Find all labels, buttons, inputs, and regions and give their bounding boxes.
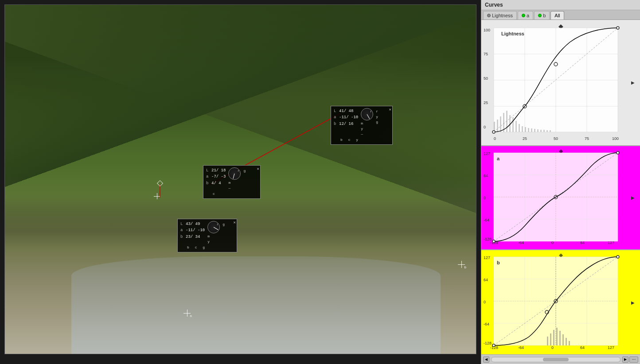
popup-close-1[interactable]: ✕ — [389, 107, 391, 113]
crosshair-right: b — [458, 261, 465, 268]
svg-rect-78 — [566, 338, 567, 345]
svg-text:Lightness: Lightness — [501, 31, 524, 36]
svg-rect-77 — [562, 334, 564, 345]
more-options-btn[interactable]: ··· — [629, 356, 638, 363]
curves-tabs: Lightness a b All — [481, 10, 640, 20]
svg-rect-29 — [540, 130, 542, 132]
svg-rect-22 — [519, 124, 520, 132]
b-dot — [538, 14, 542, 17]
tab-a[interactable]: a — [518, 11, 533, 19]
scrollbar-track[interactable] — [491, 357, 620, 362]
scroll-left-btn[interactable]: ◀ — [483, 356, 489, 363]
tab-b-label: b — [543, 13, 546, 18]
popup-close-2[interactable]: ✕ — [257, 167, 259, 173]
svg-rect-31 — [546, 130, 548, 132]
svg-text:b: b — [497, 260, 500, 265]
svg-rect-18 — [506, 111, 507, 132]
svg-rect-24 — [525, 127, 526, 132]
bottom-scrollbar: ◀ ▶ ··· — [481, 354, 640, 364]
svg-rect-32 — [550, 130, 551, 132]
lightness-curve-panel[interactable]: ◆ ▶ 100 75 50 25 0 0 25 50 75 100 — [481, 20, 640, 146]
a-curve-svg[interactable]: a — [481, 146, 640, 249]
tab-lightness[interactable]: Lightness — [483, 11, 517, 19]
svg-point-82 — [492, 344, 495, 347]
svg-point-83 — [617, 256, 619, 258]
popup-2-data: L 21/ 18 a -7/ -3 b 4/ 4 — [206, 167, 226, 191]
svg-rect-74 — [553, 330, 554, 345]
svg-rect-26 — [531, 128, 532, 132]
svg-text:a: a — [497, 156, 500, 161]
color-popup-1[interactable]: ✕ L 41/ 48 a -11/ -10 b 12/ 16 r my— — [331, 106, 393, 145]
popup-3-data: L 43/ 49 a -11/ -10 b 23/ 34 — [180, 221, 205, 244]
b-curve-panel[interactable]: ◆ ▶ 127 64 0 -64 -128 -128 -64 0 64 127 — [481, 250, 640, 354]
svg-rect-16 — [500, 116, 501, 132]
svg-rect-30 — [543, 130, 545, 132]
b-curve-svg[interactable]: b — [481, 250, 640, 354]
color-popup-3[interactable]: ✕ L 43/ 49 a -11/ -10 b 23/ 34 r m y — [177, 219, 237, 252]
tab-all[interactable]: All — [550, 11, 564, 19]
crosshair-1 — [154, 193, 160, 199]
svg-rect-23 — [522, 126, 523, 132]
popup-close-3[interactable]: ✕ — [234, 220, 236, 226]
color-popup-2[interactable]: ✕ L 21/ 18 a -7/ -3 b 4/ 4 r m — — [203, 165, 261, 199]
svg-rect-25 — [528, 128, 529, 132]
svg-rect-76 — [559, 331, 561, 345]
tab-lightness-label: Lightness — [492, 13, 513, 18]
main-image: n b ✕ L 41/ 48 a -11/ -10 b 12/ 16 r — [4, 4, 476, 354]
svg-point-37 — [617, 27, 619, 29]
lightness-curve-svg[interactable]: Lightness — [481, 20, 640, 145]
svg-rect-75 — [556, 328, 558, 345]
svg-point-55 — [617, 151, 619, 154]
a-dot — [522, 14, 525, 17]
svg-point-54 — [492, 240, 495, 243]
svg-rect-20 — [512, 117, 514, 132]
svg-rect-15 — [497, 120, 498, 132]
popup-1-data: L 41/ 48 a -11/ -10 b 12/ 16 — [334, 108, 358, 137]
scroll-right-btn[interactable]: ▶ — [622, 356, 628, 363]
svg-rect-79 — [569, 341, 570, 345]
image-area: n b ✕ L 41/ 48 a -11/ -10 b 12/ 16 r — [0, 0, 481, 364]
tab-b[interactable]: b — [534, 11, 550, 19]
svg-point-36 — [492, 131, 495, 133]
a-curve-panel[interactable]: ◆ ▶ 127 64 0 -64 -128 -128 -64 0 64 127 — [481, 146, 640, 250]
scrollbar-thumb[interactable] — [543, 358, 569, 361]
curves-panel: Curves Lightness a b All ◆ ▶ 100 75 50 2… — [481, 0, 640, 364]
river-layer — [71, 256, 441, 354]
tab-all-label: All — [554, 13, 560, 18]
svg-rect-28 — [537, 129, 539, 132]
svg-rect-73 — [550, 333, 551, 345]
crosshair-bottom: n — [183, 310, 191, 317]
tab-a-label: a — [527, 13, 529, 18]
svg-rect-72 — [547, 337, 548, 345]
lightness-dot — [487, 14, 491, 17]
curves-title: Curves — [481, 0, 640, 10]
svg-rect-27 — [534, 129, 535, 132]
svg-rect-21 — [515, 121, 517, 132]
